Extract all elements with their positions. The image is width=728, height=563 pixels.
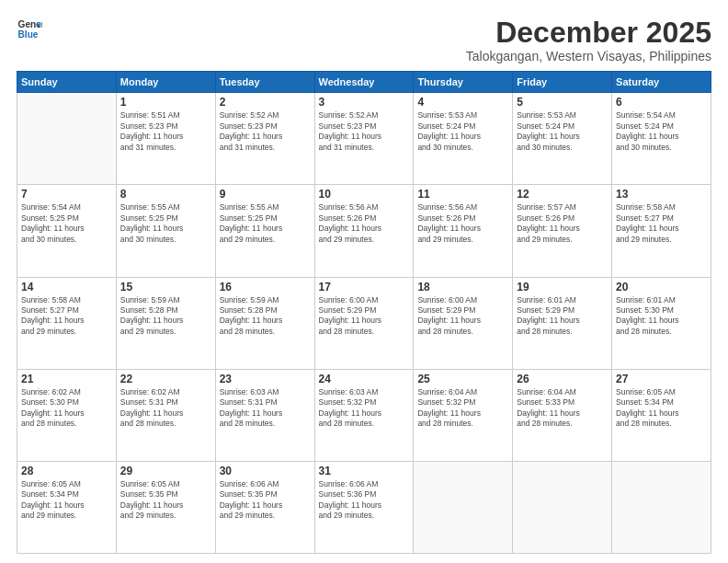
title-section: December 2025 Talokgangan, Western Visay… [466,17,711,63]
day-info: Sunrise: 6:04 AM Sunset: 5:32 PM Dayligh… [417,387,508,430]
day-number: 13 [616,188,707,201]
day-number: 5 [517,96,608,109]
day-info: Sunrise: 5:52 AM Sunset: 5:23 PM Dayligh… [319,110,410,153]
day-info: Sunrise: 6:01 AM Sunset: 5:29 PM Dayligh… [517,295,608,338]
day-info: Sunrise: 6:03 AM Sunset: 5:31 PM Dayligh… [220,387,311,430]
day-number: 23 [220,373,311,385]
day-number: 28 [21,465,112,477]
calendar-week-row: 7Sunrise: 5:54 AM Sunset: 5:25 PM Daylig… [17,185,711,277]
day-info: Sunrise: 5:59 AM Sunset: 5:28 PM Dayligh… [120,295,211,338]
day-number: 18 [417,281,508,293]
day-number: 8 [120,188,211,201]
calendar-cell: 25Sunrise: 6:04 AM Sunset: 5:32 PM Dayli… [414,369,513,461]
day-info: Sunrise: 6:01 AM Sunset: 5:30 PM Dayligh… [616,295,707,338]
day-number: 6 [616,96,707,109]
calendar-week-row: 14Sunrise: 5:58 AM Sunset: 5:27 PM Dayli… [17,277,711,369]
calendar-week-row: 1Sunrise: 5:51 AM Sunset: 5:23 PM Daylig… [17,93,711,185]
calendar-table: SundayMondayTuesdayWednesdayThursdayFrid… [17,71,711,554]
calendar-cell: 7Sunrise: 5:54 AM Sunset: 5:25 PM Daylig… [17,185,117,277]
calendar-cell: 19Sunrise: 6:01 AM Sunset: 5:29 PM Dayli… [513,277,612,369]
day-number: 20 [616,281,707,293]
calendar-cell: 18Sunrise: 6:00 AM Sunset: 5:29 PM Dayli… [414,277,513,369]
day-number: 16 [220,281,311,293]
calendar-week-row: 21Sunrise: 6:02 AM Sunset: 5:30 PM Dayli… [17,369,711,461]
calendar-cell: 22Sunrise: 6:02 AM Sunset: 5:31 PM Dayli… [116,369,215,461]
day-info: Sunrise: 6:00 AM Sunset: 5:29 PM Dayligh… [417,295,508,338]
day-number: 31 [319,465,410,477]
day-number: 17 [319,281,410,293]
day-info: Sunrise: 6:05 AM Sunset: 5:34 PM Dayligh… [616,387,707,430]
day-number: 1 [120,96,211,109]
day-number: 2 [220,96,311,109]
day-number: 19 [517,281,608,293]
calendar-cell: 15Sunrise: 5:59 AM Sunset: 5:28 PM Dayli… [116,277,215,369]
weekday-header-friday: Friday [513,72,612,93]
calendar-cell [513,461,612,553]
calendar-cell: 5Sunrise: 5:53 AM Sunset: 5:24 PM Daylig… [513,93,612,185]
day-number: 27 [616,373,707,385]
day-info: Sunrise: 5:51 AM Sunset: 5:23 PM Dayligh… [120,110,211,153]
calendar-cell [17,93,117,185]
calendar-cell: 8Sunrise: 5:55 AM Sunset: 5:25 PM Daylig… [116,185,215,277]
day-info: Sunrise: 6:06 AM Sunset: 5:36 PM Dayligh… [319,479,410,522]
day-number: 29 [120,465,211,477]
calendar-cell: 29Sunrise: 6:05 AM Sunset: 5:35 PM Dayli… [116,461,215,553]
day-info: Sunrise: 6:05 AM Sunset: 5:35 PM Dayligh… [120,479,211,522]
calendar-cell: 1Sunrise: 5:51 AM Sunset: 5:23 PM Daylig… [116,93,215,185]
month-year-title: December 2025 [466,17,711,49]
weekday-header-wednesday: Wednesday [314,72,414,93]
calendar-cell: 24Sunrise: 6:03 AM Sunset: 5:32 PM Dayli… [314,369,414,461]
logo-icon: General Blue [17,17,42,42]
day-info: Sunrise: 6:02 AM Sunset: 5:30 PM Dayligh… [21,387,112,430]
calendar-cell [414,461,513,553]
calendar-cell: 11Sunrise: 5:56 AM Sunset: 5:26 PM Dayli… [414,185,513,277]
day-number: 14 [21,281,112,293]
calendar-cell: 20Sunrise: 6:01 AM Sunset: 5:30 PM Dayli… [612,277,711,369]
calendar-cell: 9Sunrise: 5:55 AM Sunset: 5:25 PM Daylig… [215,185,314,277]
day-info: Sunrise: 5:59 AM Sunset: 5:28 PM Dayligh… [220,295,311,338]
day-info: Sunrise: 5:56 AM Sunset: 5:26 PM Dayligh… [319,202,410,245]
day-number: 21 [21,373,112,385]
calendar-cell: 31Sunrise: 6:06 AM Sunset: 5:36 PM Dayli… [314,461,414,553]
day-info: Sunrise: 6:00 AM Sunset: 5:29 PM Dayligh… [319,295,410,338]
calendar-cell: 4Sunrise: 5:53 AM Sunset: 5:24 PM Daylig… [414,93,513,185]
weekday-header-monday: Monday [116,72,215,93]
day-info: Sunrise: 5:55 AM Sunset: 5:25 PM Dayligh… [220,202,311,245]
day-info: Sunrise: 5:52 AM Sunset: 5:23 PM Dayligh… [220,110,311,153]
calendar-cell: 10Sunrise: 5:56 AM Sunset: 5:26 PM Dayli… [314,185,414,277]
day-number: 30 [220,465,311,477]
calendar-cell: 6Sunrise: 5:54 AM Sunset: 5:24 PM Daylig… [612,93,711,185]
day-number: 10 [319,188,410,201]
calendar-cell: 30Sunrise: 6:06 AM Sunset: 5:35 PM Dayli… [215,461,314,553]
calendar-cell: 14Sunrise: 5:58 AM Sunset: 5:27 PM Dayli… [17,277,117,369]
day-info: Sunrise: 5:58 AM Sunset: 5:27 PM Dayligh… [21,295,112,338]
weekday-header-row: SundayMondayTuesdayWednesdayThursdayFrid… [17,72,711,93]
calendar-cell: 23Sunrise: 6:03 AM Sunset: 5:31 PM Dayli… [215,369,314,461]
day-info: Sunrise: 5:55 AM Sunset: 5:25 PM Dayligh… [120,202,211,245]
calendar-cell: 3Sunrise: 5:52 AM Sunset: 5:23 PM Daylig… [314,93,414,185]
day-info: Sunrise: 5:54 AM Sunset: 5:24 PM Dayligh… [616,110,707,153]
day-info: Sunrise: 5:56 AM Sunset: 5:26 PM Dayligh… [417,202,508,245]
day-number: 3 [319,96,410,109]
calendar-cell: 17Sunrise: 6:00 AM Sunset: 5:29 PM Dayli… [314,277,414,369]
calendar-cell: 26Sunrise: 6:04 AM Sunset: 5:33 PM Dayli… [513,369,612,461]
weekday-header-tuesday: Tuesday [215,72,314,93]
day-number: 12 [517,188,608,201]
day-info: Sunrise: 5:53 AM Sunset: 5:24 PM Dayligh… [517,110,608,153]
weekday-header-saturday: Saturday [612,72,711,93]
day-number: 11 [417,188,508,201]
logo: General Blue [17,17,42,42]
location-subtitle: Talokgangan, Western Visayas, Philippine… [466,49,711,63]
header: General Blue December 2025 Talokgangan, … [17,17,711,63]
calendar-cell: 13Sunrise: 5:58 AM Sunset: 5:27 PM Dayli… [612,185,711,277]
calendar-cell: 16Sunrise: 5:59 AM Sunset: 5:28 PM Dayli… [215,277,314,369]
day-number: 4 [417,96,508,109]
calendar-cell: 2Sunrise: 5:52 AM Sunset: 5:23 PM Daylig… [215,93,314,185]
day-info: Sunrise: 5:53 AM Sunset: 5:24 PM Dayligh… [417,110,508,153]
calendar-cell [612,461,711,553]
day-number: 9 [220,188,311,201]
day-number: 15 [120,281,211,293]
day-number: 25 [417,373,508,385]
weekday-header-sunday: Sunday [17,72,117,93]
day-number: 24 [319,373,410,385]
